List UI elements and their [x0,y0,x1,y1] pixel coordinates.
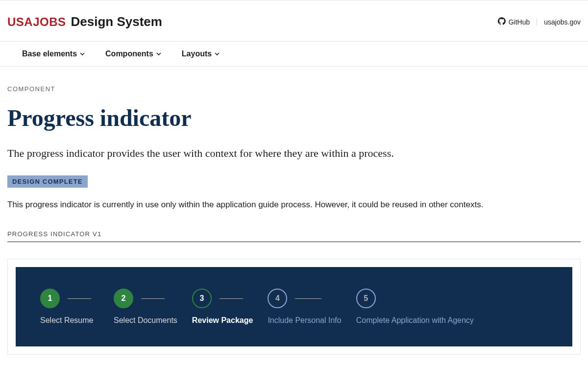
logo-suffix: Design System [71,14,162,29]
primary-nav: Base elements Components Layouts [0,41,588,67]
step-label: Select Resume [40,316,94,325]
progress-indicator: 1 Select Resume 2 Select Documents [16,267,572,346]
progress-step-5[interactable]: 5 Complete Application with Agency [356,289,474,325]
page-content: COMPONENT Progress indicator The progres… [7,67,581,374]
progress-step-4[interactable]: 4 Include Personal Info [268,289,341,325]
step-label: Review Package [192,316,253,325]
step-circle: 3 [192,289,212,308]
step-connector [68,298,91,299]
step-label: Select Documents [114,316,177,325]
header-divider [537,18,537,26]
github-icon [498,17,506,26]
example-frame: 1 Select Resume 2 Select Documents [7,259,581,355]
nav-components[interactable]: Components [105,49,161,58]
chevron-down-icon [80,49,85,58]
page-lead: The progress indicator provides the user… [7,145,448,162]
page-title: Progress indicator [7,105,581,131]
github-link[interactable]: GitHub [498,17,530,26]
step-label: Complete Application with Agency [356,316,474,325]
example-section-label: PROGRESS INDICATOR V1 [7,230,581,242]
step-circle: 1 [40,289,60,308]
usajobs-link-label: usajobs.gov [544,18,581,26]
github-label: GitHub [509,18,530,26]
step-connector [220,298,243,299]
step-connector [295,298,321,299]
progress-step-1[interactable]: 1 Select Resume [40,289,99,325]
nav-item-label: Layouts [182,49,212,58]
status-badge: DESIGN COMPLETE [7,175,88,188]
header-links: GitHub usajobs.gov [498,17,581,26]
step-label: Include Personal Info [268,316,341,325]
step-circle: 4 [268,289,287,308]
step-connector [141,298,165,299]
nav-item-label: Components [105,49,153,58]
nav-base-elements[interactable]: Base elements [22,49,85,58]
chevron-down-icon [156,49,161,58]
nav-item-label: Base elements [22,49,77,58]
site-logo[interactable]: USAJOBS Design System [7,14,162,29]
site-header: USAJOBS Design System GitHub usajobs.gov [7,0,581,41]
chevron-down-icon [215,49,220,58]
step-circle: 2 [114,289,133,308]
nav-layouts[interactable]: Layouts [182,49,220,58]
progress-step-3[interactable]: 3 Review Package [192,289,253,325]
progress-step-2[interactable]: 2 Select Documents [114,289,177,325]
usajobs-link[interactable]: usajobs.gov [544,18,581,26]
step-circle: 5 [356,289,376,308]
logo-brand: USAJOBS [7,15,66,29]
page-body: This progress indicator is currently in … [7,198,581,211]
page-eyebrow: COMPONENT [7,85,581,93]
